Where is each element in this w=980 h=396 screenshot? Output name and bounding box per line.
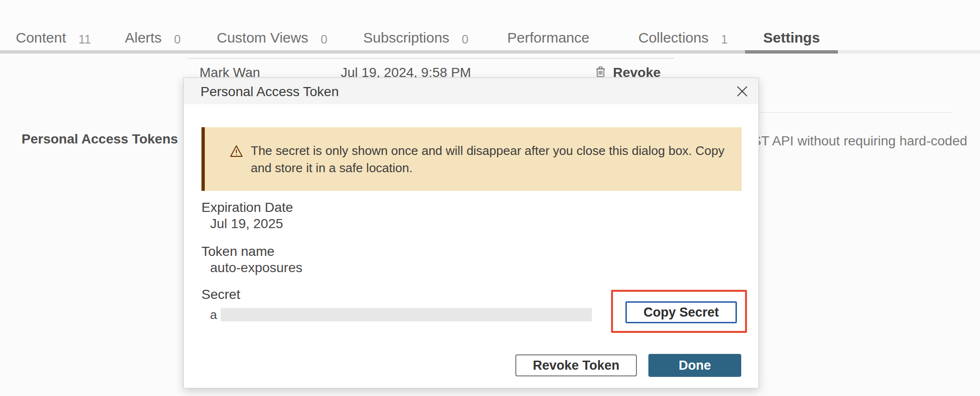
tab-label: Collections <box>638 30 709 45</box>
tab-label: Subscriptions <box>363 30 449 45</box>
tab-content[interactable]: Content 11 <box>16 30 91 47</box>
tab-custom-views[interactable]: Custom Views 0 <box>217 30 327 47</box>
close-icon[interactable] <box>735 84 750 99</box>
secret-value-row: a <box>210 308 592 321</box>
tab-performance[interactable]: Performance <box>507 30 590 45</box>
personal-access-token-dialog: Personal Access Token The secret is only… <box>183 77 759 388</box>
warning-triangle-icon <box>230 145 243 159</box>
tab-alerts[interactable]: Alerts 0 <box>125 30 181 47</box>
tab-bar-underline <box>0 50 745 54</box>
active-tab-indicator <box>745 50 838 54</box>
section-divider <box>757 112 952 113</box>
tab-label: Content <box>16 30 66 45</box>
tab-count: 0 <box>462 30 468 47</box>
token-name-label: Token name <box>201 244 275 259</box>
tab-bar-underline-right <box>838 50 980 54</box>
dialog-title: Personal Access Token <box>200 84 339 99</box>
tab-count: 0 <box>321 30 327 47</box>
copy-secret-button[interactable]: Copy Secret <box>625 301 737 323</box>
tab-subscriptions[interactable]: Subscriptions 0 <box>363 30 468 47</box>
warning-banner: The secret is only shown once and will d… <box>201 127 742 191</box>
tab-label: Alerts <box>125 30 162 45</box>
tab-label: Custom Views <box>217 30 308 45</box>
tab-count: 11 <box>78 30 91 47</box>
tab-label: Settings <box>763 30 820 45</box>
dialog-header: Personal Access Token <box>184 78 758 104</box>
secret-label: Secret <box>201 287 240 302</box>
tab-label: Performance <box>507 30 590 45</box>
secret-value: a <box>210 308 217 322</box>
done-button[interactable]: Done <box>648 354 741 377</box>
section-label: Personal Access Tokens <box>22 132 178 147</box>
tab-count: 1 <box>721 30 728 47</box>
tab-collections[interactable]: Collections 1 <box>638 30 728 47</box>
expiration-date-label: Expiration Date <box>201 200 293 215</box>
tab-bar: Content 11 Alerts 0 Custom Views 0 Subsc… <box>0 0 980 54</box>
token-name-value: auto-exposures <box>210 261 302 275</box>
tab-count: 0 <box>174 30 181 47</box>
warning-text: The secret is only shown once and will d… <box>251 142 728 176</box>
tab-settings[interactable]: Settings <box>763 30 820 45</box>
secret-redacted-bar <box>221 308 592 321</box>
revoke-token-button[interactable]: Revoke Token <box>515 354 637 376</box>
page: Content 11 Alerts 0 Custom Views 0 Subsc… <box>0 0 980 396</box>
description-text-fragment: ST API without requiring hard-coded <box>752 133 953 149</box>
table-divider <box>188 58 674 59</box>
expiration-date-value: Jul 19, 2025 <box>210 217 283 231</box>
